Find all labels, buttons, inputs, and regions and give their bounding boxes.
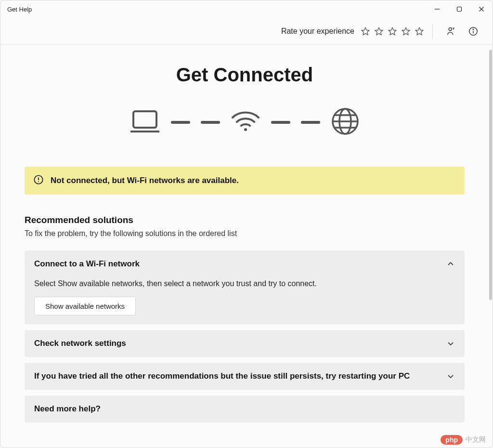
chevron-up-icon	[446, 260, 455, 268]
rating-bar: Rate your experience	[0, 18, 493, 45]
wifi-icon	[231, 110, 260, 135]
card-title: Need more help?	[34, 404, 455, 414]
dash-icon	[301, 121, 320, 124]
maximize-button[interactable]	[448, 0, 470, 18]
watermark-pill: php	[441, 435, 463, 445]
scroll-thumb[interactable]	[489, 50, 492, 300]
svg-marker-7	[402, 27, 410, 35]
page-title: Get Connected	[25, 64, 465, 86]
svg-marker-6	[389, 27, 396, 35]
dash-icon	[201, 121, 220, 124]
svg-point-9	[449, 27, 452, 30]
banner-text: Not connected, but Wi-Fi networks are av…	[51, 176, 239, 185]
svg-point-21	[38, 181, 39, 182]
app-window: Get Help Rate your experience	[0, 0, 493, 448]
watermark-text: 中文网	[466, 435, 486, 444]
svg-point-15	[244, 128, 247, 131]
dash-icon	[171, 121, 190, 124]
solution-card-restart[interactable]: If you have tried all the other recommen…	[25, 363, 465, 390]
svg-marker-4	[362, 27, 369, 35]
svg-rect-13	[133, 111, 156, 128]
section-heading: Recommended solutions	[25, 215, 465, 225]
svg-point-12	[473, 29, 473, 29]
minimize-button[interactable]	[426, 0, 448, 18]
card-title: Check network settings	[34, 339, 446, 348]
rating-star-4[interactable]	[401, 26, 411, 37]
chevron-down-icon	[446, 339, 455, 348]
divider	[432, 24, 433, 39]
solution-card-wifi[interactable]: Connect to a Wi-Fi network Select Show a…	[25, 250, 465, 324]
rating-star-2[interactable]	[374, 26, 384, 37]
info-icon[interactable]	[467, 25, 480, 38]
laptop-icon	[130, 109, 160, 135]
scrollbar[interactable]	[489, 45, 493, 448]
svg-marker-8	[415, 27, 423, 35]
globe-icon	[331, 107, 360, 138]
rating-star-3[interactable]	[387, 26, 398, 37]
section-subheading: To fix the problem, try the following so…	[25, 229, 465, 238]
connection-graphic	[25, 107, 465, 138]
card-title: Connect to a Wi-Fi network	[34, 259, 446, 269]
window-buttons	[426, 0, 493, 18]
main-content: Get Connected Not	[0, 45, 489, 448]
solution-card-settings[interactable]: Check network settings	[25, 330, 465, 357]
rating-star-5[interactable]	[414, 26, 425, 37]
titlebar: Get Help	[0, 0, 493, 18]
solution-card-more-help[interactable]: Need more help?	[25, 395, 465, 422]
warning-icon	[33, 174, 44, 187]
card-title: If you have tried all the other recommen…	[34, 371, 446, 381]
chevron-down-icon	[446, 372, 455, 381]
card-description: Select Show available networks, then sel…	[34, 279, 455, 288]
dash-icon	[271, 121, 290, 124]
close-button[interactable]	[470, 0, 493, 18]
rating-label: Rate your experience	[281, 27, 354, 36]
status-banner: Not connected, but Wi-Fi networks are av…	[25, 167, 465, 195]
support-agent-icon[interactable]	[444, 25, 458, 38]
watermark: php 中文网	[441, 435, 486, 445]
window-title: Get Help	[7, 6, 32, 13]
rating-star-1[interactable]	[360, 26, 371, 37]
show-networks-button[interactable]: Show available networks	[34, 297, 136, 316]
svg-marker-5	[375, 27, 383, 35]
svg-rect-1	[457, 7, 462, 12]
